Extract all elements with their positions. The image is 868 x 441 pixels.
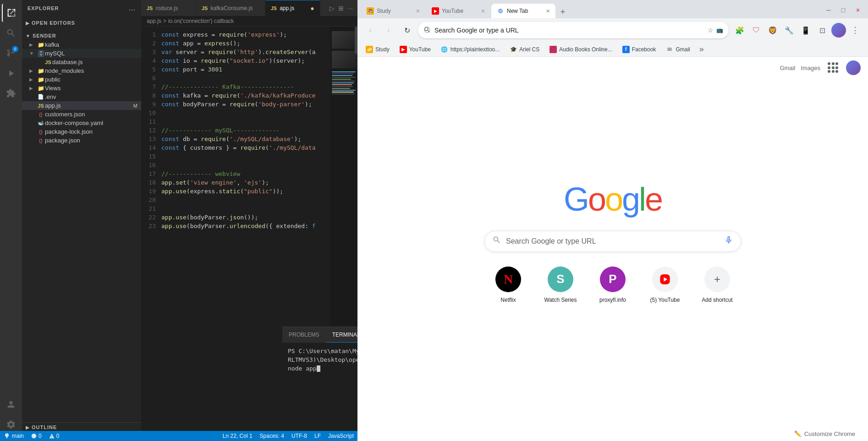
newtab-close[interactable]: ×: [546, 7, 550, 15]
tab-bar: JS roduce.js × JS kafkaConsume.js × JS a…: [141, 0, 357, 16]
chrome-maximize-btn[interactable]: □: [837, 4, 850, 16]
tree-item-appjs[interactable]: JS app.js M: [22, 101, 141, 110]
source-control-badge: 0: [12, 46, 18, 52]
bookmark-audiobooks[interactable]: 🎧 Audio Books Online...: [545, 44, 616, 55]
shortcut-netflix[interactable]: N Netflix: [486, 267, 530, 303]
bookmark-star-icon[interactable]: ☆: [708, 27, 714, 34]
profile-extensions-btn[interactable]: 🛡: [749, 23, 764, 38]
statusbar-warnings[interactable]: ! 0: [45, 433, 63, 439]
add-shortcut-label: Add shortcut: [702, 297, 732, 303]
bookmark-arielcs[interactable]: 🎓 Ariel CS: [505, 44, 544, 55]
statusbar-spaces[interactable]: Spaces: 4: [256, 433, 288, 439]
bookmark-youtube[interactable]: ▶ YouTube: [395, 44, 435, 55]
chrome-tab-study[interactable]: 📚 Study ×: [361, 4, 425, 18]
user-avatar[interactable]: [831, 23, 846, 38]
sidebar-more-btn[interactable]: ...: [129, 5, 136, 12]
add-shortcut-icon: +: [714, 273, 720, 286]
more-actions-btn[interactable]: ···: [346, 4, 354, 13]
activity-source-control[interactable]: 0: [2, 44, 20, 62]
open-editors-section[interactable]: ▶ OPEN EDITORS: [22, 18, 141, 27]
study-tab-title: Study: [377, 8, 412, 14]
line-numbers: 12345 678910 1112131415 1617181920 21222…: [141, 27, 159, 441]
bookmarks-bar: 📁 Study ▶ YouTube 🌐 https://plaintexttoo…: [357, 42, 868, 57]
split-editor-btn[interactable]: ⊞: [337, 4, 345, 13]
tree-item-public[interactable]: ▶ 📁 public: [22, 75, 141, 84]
tree-item-customers[interactable]: {} customers.json: [22, 110, 141, 119]
tree-item-database[interactable]: JS database.js: [22, 58, 141, 66]
pip-btn[interactable]: ⊡: [815, 23, 830, 38]
breadcrumb-sep: >: [163, 18, 166, 24]
breadcrumb-func[interactable]: io.on('connection') callback: [168, 18, 234, 24]
activity-run[interactable]: [2, 64, 20, 82]
activity-accounts[interactable]: [2, 395, 20, 414]
panel-tab-problems[interactable]: PROBLEMS: [282, 327, 326, 343]
activity-explorer[interactable]: [2, 4, 20, 22]
shortcut-youtube[interactable]: (5) YouTube: [643, 267, 687, 303]
bookmark-facebook-icon: f: [622, 46, 630, 53]
address-bar[interactable]: Search Google or type a URL ☆ 📺: [418, 22, 729, 38]
tree-item-node-modules[interactable]: ▶ 📁 node_modules: [22, 66, 141, 75]
google-apps-btn[interactable]: [826, 60, 841, 75]
newtab-title: New Tab: [507, 8, 542, 14]
back-btn[interactable]: ‹: [363, 23, 378, 38]
statusbar-encoding[interactable]: UTF-8: [288, 433, 311, 439]
chrome-tab-newtab[interactable]: New Tab ×: [491, 4, 555, 18]
chrome-close-btn[interactable]: ×: [852, 4, 864, 16]
brave-icon[interactable]: 🦁: [765, 23, 780, 38]
extensions-btn[interactable]: 🧩: [732, 23, 747, 38]
chrome-menu-btn[interactable]: ⋮: [848, 23, 863, 38]
bookmark-gmail[interactable]: ✉ Gmail: [661, 44, 694, 55]
shortcut-proxyfl[interactable]: P proxyfl.info: [591, 267, 635, 303]
chrome-minimize-btn[interactable]: ─: [822, 4, 835, 16]
bookmark-study[interactable]: 📁 Study: [361, 44, 394, 55]
tree-item-env[interactable]: 📄 .env: [22, 93, 141, 101]
customize-chrome-btn[interactable]: ✏️ Customize Chrome: [789, 428, 861, 440]
ntp-user-avatar[interactable]: [846, 60, 861, 75]
add-shortcut-icon-wrap: +: [704, 267, 730, 292]
tab-roduce[interactable]: JS roduce.js ×: [141, 0, 196, 16]
bookmark-gmail-icon: ✉: [666, 46, 673, 53]
bookmark-facebook[interactable]: f Facebook: [618, 44, 661, 55]
tree-item-mysql[interactable]: ▼ 🗄️ mySQL: [22, 49, 141, 58]
bookmarks-more-btn[interactable]: »: [697, 43, 707, 56]
search-box[interactable]: Search Google or type URL: [484, 231, 741, 252]
tree-item-package-lock[interactable]: {} package-lock.json: [22, 127, 141, 136]
sidebar: EXPLORER ... ▶ OPEN EDITORS ▼ SENDER ▶ 📁…: [22, 0, 141, 441]
sender-section[interactable]: ▼ SENDER: [22, 31, 141, 40]
statusbar-line-col[interactable]: Ln 22, Col 1: [219, 433, 256, 439]
tree-item-views[interactable]: ▶ 📁 Views: [22, 84, 141, 93]
forward-btn[interactable]: ›: [381, 23, 396, 38]
tab-appjs[interactable]: JS app.js ●: [265, 0, 320, 16]
extensions-puzzle-btn[interactable]: 🔧: [782, 23, 797, 38]
images-header-link[interactable]: Images: [801, 65, 820, 71]
bookmark-youtube-icon: ▶: [400, 46, 407, 53]
cast-media-btn[interactable]: 📱: [798, 23, 813, 38]
mic-icon[interactable]: [724, 235, 733, 247]
youtube-tab-close[interactable]: ×: [481, 7, 485, 15]
statusbar-right: Ln 22, Col 1 Spaces: 4 UTF-8 LF JavaScri…: [219, 433, 357, 439]
activity-extensions[interactable]: [2, 84, 20, 103]
shortcut-watchseries[interactable]: S Watch Series: [538, 267, 582, 303]
run-btn[interactable]: ▷: [329, 4, 335, 13]
reload-btn[interactable]: ↻: [400, 23, 414, 38]
statusbar-line-ending[interactable]: LF: [311, 433, 324, 439]
activity-search[interactable]: [2, 24, 20, 42]
gmail-header-link[interactable]: Gmail: [780, 65, 795, 71]
chrome-tab-youtube[interactable]: ▶ YouTube ×: [426, 4, 490, 18]
tab-kafkaconsume[interactable]: JS kafkaConsume.js ×: [196, 0, 265, 16]
netflix-icon-wrap: N: [495, 267, 521, 292]
statusbar-language[interactable]: JavaScript: [324, 433, 357, 439]
study-tab-close[interactable]: ×: [416, 7, 420, 15]
statusbar-errors[interactable]: ✕ 0: [27, 433, 45, 439]
breadcrumb-file[interactable]: app.js: [147, 18, 161, 24]
watchseries-label: Watch Series: [544, 297, 577, 303]
outline-section[interactable]: ▶ OUTLINE: [22, 423, 141, 432]
bookmark-plaintexttoo[interactable]: 🌐 https://plaintexttoo...: [436, 44, 504, 55]
tree-item-kafka[interactable]: ▶ 📁 kafka: [22, 40, 141, 49]
chrome-new-tab-btn[interactable]: +: [556, 5, 569, 18]
tree-item-package[interactable]: {} package.json: [22, 136, 141, 145]
shortcut-add[interactable]: + Add shortcut: [695, 267, 739, 303]
statusbar-git[interactable]: main: [0, 433, 27, 439]
cast-icon[interactable]: 📺: [716, 27, 723, 33]
tree-item-docker[interactable]: 🐋 docker-compose.yaml: [22, 119, 141, 127]
